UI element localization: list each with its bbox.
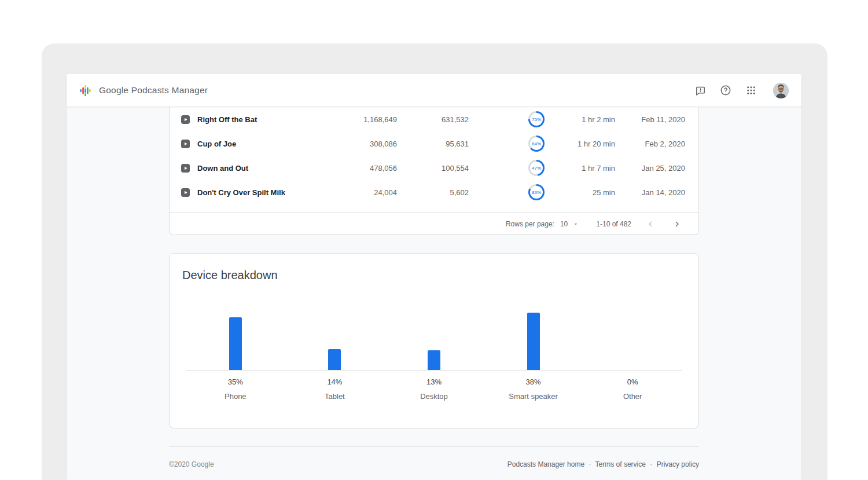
chart-bar xyxy=(328,349,341,370)
episode-published-date: Feb 2, 2020 xyxy=(645,131,685,156)
rows-per-page-label: Rows per page: xyxy=(506,220,554,228)
footer-separator: · xyxy=(650,460,652,468)
play-icon xyxy=(181,164,190,173)
episode-listeners: 5,602 xyxy=(450,180,469,204)
footer-separator: · xyxy=(589,460,591,468)
retention-cell: 83% xyxy=(528,180,545,204)
episode-listeners: 631,532 xyxy=(442,107,469,131)
play-icon xyxy=(181,140,190,148)
table-pagination: Rows per page: 10 1-10 of 482 xyxy=(170,212,698,234)
episode-title: Down and Out xyxy=(197,156,248,180)
episodes-table-card: Right Off the Bat 1,168,649 631,532 75% … xyxy=(169,107,699,235)
chart-bar xyxy=(229,317,242,370)
header-actions xyxy=(694,83,789,98)
episode-title: Right Off the Bat xyxy=(197,107,257,131)
episode-published-date: Feb 11, 2020 xyxy=(641,107,685,131)
episode-title: Cup of Joe xyxy=(197,131,236,156)
device-frame: Google Podcasts Manager xyxy=(42,43,827,480)
episode-plays: 308,086 xyxy=(370,131,397,156)
footer-link-podcasts-manager-home[interactable]: Podcasts Manager home xyxy=(507,460,584,468)
table-row[interactable]: Cup of Joe 308,086 95,631 64% 1 hr 20 mi… xyxy=(170,131,698,156)
episode-duration: 25 min xyxy=(593,180,615,204)
episode-published-date: Jan 25, 2020 xyxy=(642,156,685,180)
play-button[interactable] xyxy=(181,131,190,156)
retention-value: 47% xyxy=(530,162,543,174)
bar-value-label: 0% xyxy=(627,378,638,386)
content-area: Right Off the Bat 1,168,649 631,532 75% … xyxy=(67,107,801,480)
app-header: Google Podcasts Manager xyxy=(67,74,801,107)
home-link[interactable]: Google Podcasts Manager xyxy=(79,85,208,97)
bar-category-label: Phone xyxy=(225,392,247,401)
dropdown-caret-icon xyxy=(573,221,579,227)
retention-value: 64% xyxy=(530,137,543,150)
episode-title: Don't Cry Over Spilt Milk xyxy=(197,180,285,204)
bar-value-label: 35% xyxy=(228,378,243,386)
retention-progress-ring: 83% xyxy=(528,184,545,200)
table-row[interactable]: Down and Out 478,056 100,554 47% 1 hr 7 … xyxy=(170,156,698,180)
play-button[interactable] xyxy=(181,180,190,204)
chart-label-column: 38% Smart speaker xyxy=(484,371,583,401)
bar-category-label: Smart speaker xyxy=(509,392,558,401)
bar-value-label: 14% xyxy=(327,378,342,386)
help-icon[interactable] xyxy=(720,85,731,96)
page-range-label: 1-10 of 482 xyxy=(596,220,631,228)
previous-page-button[interactable] xyxy=(643,217,658,232)
chart-bar-column xyxy=(285,349,385,370)
avatar[interactable] xyxy=(773,83,789,98)
copyright-text: ©2020 Google xyxy=(169,460,214,468)
device-breakdown-chart xyxy=(186,310,682,371)
episode-duration: 1 hr 2 min xyxy=(582,107,615,131)
footer-link-terms-of-service[interactable]: Terms of service xyxy=(595,460,646,468)
episode-rows: Right Off the Bat 1,168,649 631,532 75% … xyxy=(170,107,698,204)
episode-published-date: Jan 14, 2020 xyxy=(642,180,685,204)
rows-per-page-select[interactable]: 10 xyxy=(560,220,579,228)
footer-links: Podcasts Manager home · Terms of service… xyxy=(507,460,699,468)
retention-value: 75% xyxy=(530,113,543,126)
feedback-icon[interactable] xyxy=(694,85,706,96)
chart-label-column: 14% Tablet xyxy=(285,371,385,401)
table-row[interactable]: Right Off the Bat 1,168,649 631,532 75% … xyxy=(170,107,698,131)
chart-bar-column xyxy=(484,313,583,370)
bar-category-label: Tablet xyxy=(325,392,345,401)
bar-category-label: Other xyxy=(623,392,642,401)
bar-value-label: 38% xyxy=(526,378,541,386)
play-button[interactable] xyxy=(181,156,190,180)
retention-cell: 64% xyxy=(528,131,545,156)
app-title: Google Podcasts Manager xyxy=(99,85,208,96)
google-podcasts-logo-icon xyxy=(79,85,91,97)
device-breakdown-chart-labels: 35% Phone 14% Tablet 13% Desktop 38% Sma… xyxy=(186,371,682,401)
episode-listeners: 95,631 xyxy=(446,131,469,156)
bar-value-label: 13% xyxy=(426,378,442,386)
device-breakdown-title: Device breakdown xyxy=(182,269,682,282)
episode-plays: 24,004 xyxy=(374,180,397,204)
rows-per-page-value: 10 xyxy=(560,220,568,228)
chart-bar-column xyxy=(186,317,285,370)
retention-cell: 75% xyxy=(528,107,545,131)
table-row[interactable]: Don't Cry Over Spilt Milk 24,004 5,602 8… xyxy=(170,180,698,204)
device-breakdown-card: Device breakdown 35% Phone 14% Tablet 13… xyxy=(169,253,699,428)
next-page-button[interactable] xyxy=(670,217,685,232)
retention-progress-ring: 75% xyxy=(528,111,545,127)
play-button[interactable] xyxy=(181,107,190,131)
page-footer: ©2020 Google Podcasts Manager home · Ter… xyxy=(169,446,699,468)
episode-duration: 1 hr 7 min xyxy=(582,156,615,180)
apps-grid-icon[interactable] xyxy=(745,85,757,96)
episode-plays: 478,056 xyxy=(370,156,397,180)
retention-progress-ring: 47% xyxy=(528,160,545,176)
retention-value: 83% xyxy=(530,186,543,199)
chart-label-column: 0% Other xyxy=(583,371,682,401)
play-icon xyxy=(181,188,190,197)
bar-category-label: Desktop xyxy=(420,392,448,401)
footer-link-privacy-policy[interactable]: Privacy policy xyxy=(657,460,699,468)
retention-progress-ring: 64% xyxy=(528,135,545,152)
episode-duration: 1 hr 20 min xyxy=(578,131,615,156)
episode-plays: 1,168,649 xyxy=(363,107,397,131)
chart-bar-column xyxy=(384,350,484,370)
chart-label-column: 13% Desktop xyxy=(384,371,484,401)
play-icon xyxy=(181,115,190,124)
chart-bar xyxy=(428,350,440,370)
episode-listeners: 100,554 xyxy=(442,156,469,180)
chart-label-column: 35% Phone xyxy=(186,371,285,401)
retention-cell: 47% xyxy=(528,156,545,180)
chart-bar xyxy=(527,313,540,370)
